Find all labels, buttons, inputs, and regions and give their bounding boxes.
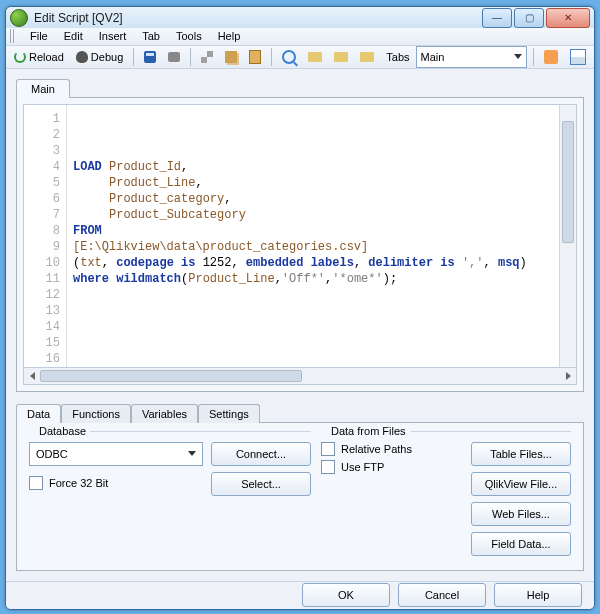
editor-tab-main[interactable]: Main: [16, 79, 70, 98]
folder-icon: [308, 52, 322, 62]
tabs-dropdown[interactable]: Main: [416, 46, 527, 68]
paste-button[interactable]: [245, 48, 265, 66]
checkbox-icon: [321, 460, 335, 474]
chevron-down-icon: [188, 451, 196, 456]
editor-section: Main 1 2 3 4 5 6 7 8 9 10 11 12 13 14 15…: [16, 75, 584, 392]
toolbar-separator: [190, 48, 191, 66]
force-32bit-checkbox[interactable]: Force 32 Bit: [29, 476, 203, 490]
tab-functions[interactable]: Functions: [61, 404, 131, 423]
files-group: Data from Files Relative Paths Use FTP: [321, 433, 571, 556]
window-controls: — ▢ ✕: [482, 8, 590, 28]
bug-icon: [76, 51, 88, 63]
use-ftp-label: Use FTP: [341, 461, 384, 473]
tabs-dropdown-value: Main: [421, 51, 445, 63]
editor-shell: 1 2 3 4 5 6 7 8 9 10 11 12 13 14 15 16 L…: [16, 97, 584, 392]
toolbar-separator: [133, 48, 134, 66]
save-icon: [144, 51, 156, 63]
find-button[interactable]: [278, 48, 300, 66]
debug-label: Debug: [91, 51, 123, 63]
bottom-panel: Database ODBC Force 32 Bit: [16, 422, 584, 571]
misc-button[interactable]: [540, 48, 562, 66]
tab-data[interactable]: Data: [16, 404, 61, 423]
edit-script-window: Edit Script [QV2] — ▢ ✕ File Edit Insert…: [5, 6, 595, 610]
debug-button[interactable]: Debug: [72, 49, 127, 65]
select-button[interactable]: Select...: [211, 472, 311, 496]
close-button[interactable]: ✕: [546, 8, 590, 28]
ok-button[interactable]: OK: [302, 583, 390, 607]
tree-button[interactable]: [566, 47, 590, 67]
toolbar-separator: [533, 48, 534, 66]
menu-tools[interactable]: Tools: [168, 28, 210, 44]
menu-help[interactable]: Help: [210, 28, 249, 44]
scroll-left-arrow-icon[interactable]: [24, 368, 40, 384]
menu-file[interactable]: File: [22, 28, 56, 44]
copy-button[interactable]: [221, 49, 241, 65]
cut-button[interactable]: [197, 49, 217, 65]
scroll-thumb[interactable]: [40, 370, 302, 382]
connect-button[interactable]: Connect...: [211, 442, 311, 466]
checkbox-icon: [29, 476, 43, 490]
bottom-tabrow: Data Functions Variables Settings: [16, 400, 584, 422]
menubar: File Edit Insert Tab Tools Help: [6, 28, 594, 46]
chevron-down-icon: [514, 54, 522, 59]
toolbar: Reload Debug Tabs Main: [6, 46, 594, 69]
tab-variables[interactable]: Variables: [131, 404, 198, 423]
search-icon: [282, 50, 296, 64]
folder-button-3[interactable]: [356, 50, 378, 64]
line-gutter: 1 2 3 4 5 6 7 8 9 10 11 12 13 14 15 16: [24, 105, 67, 367]
editor-tabrow: Main: [16, 75, 584, 97]
toolbar-separator: [271, 48, 272, 66]
table-files-button[interactable]: Table Files...: [471, 442, 571, 466]
minimize-button[interactable]: —: [482, 8, 512, 28]
reload-icon: [14, 51, 26, 63]
field-data-button[interactable]: Field Data...: [471, 532, 571, 556]
reload-label: Reload: [29, 51, 64, 63]
tab-settings[interactable]: Settings: [198, 404, 260, 423]
menu-edit[interactable]: Edit: [56, 28, 91, 44]
maximize-button[interactable]: ▢: [514, 8, 544, 28]
code-editor[interactable]: 1 2 3 4 5 6 7 8 9 10 11 12 13 14 15 16 L…: [23, 104, 577, 368]
scroll-thumb[interactable]: [562, 121, 574, 243]
menu-insert[interactable]: Insert: [91, 28, 135, 44]
tabs-label: Tabs: [386, 51, 409, 63]
folder-icon: [360, 52, 374, 62]
copy-icon: [225, 51, 237, 63]
misc-icon: [544, 50, 558, 64]
help-button[interactable]: Help: [494, 583, 582, 607]
cancel-button[interactable]: Cancel: [398, 583, 486, 607]
checkbox-icon: [321, 442, 335, 456]
database-type-value: ODBC: [36, 448, 68, 460]
window-title: Edit Script [QV2]: [34, 11, 482, 25]
database-title: Database: [35, 425, 90, 437]
database-group: Database ODBC Force 32 Bit: [29, 433, 311, 556]
horizontal-scrollbar[interactable]: [23, 368, 577, 385]
save-button[interactable]: [140, 49, 160, 65]
reload-button[interactable]: Reload: [10, 49, 68, 65]
qlikview-file-button[interactable]: QlikView File...: [471, 472, 571, 496]
folder-button-2[interactable]: [330, 50, 352, 64]
relative-paths-label: Relative Paths: [341, 443, 412, 455]
print-button[interactable]: [164, 50, 184, 64]
relative-paths-checkbox[interactable]: Relative Paths: [321, 442, 463, 456]
cut-icon: [201, 51, 213, 63]
tree-icon: [570, 49, 586, 65]
menubar-grip-icon: [10, 29, 16, 43]
database-type-dropdown[interactable]: ODBC: [29, 442, 203, 466]
vertical-scrollbar[interactable]: [559, 105, 576, 367]
files-title: Data from Files: [327, 425, 410, 437]
folder-button-1[interactable]: [304, 50, 326, 64]
app-icon: [10, 9, 28, 27]
paste-icon: [249, 50, 261, 64]
print-icon: [168, 52, 180, 62]
body: Main 1 2 3 4 5 6 7 8 9 10 11 12 13 14 15…: [6, 69, 594, 581]
titlebar: Edit Script [QV2] — ▢ ✕: [6, 7, 594, 28]
menu-tab[interactable]: Tab: [134, 28, 168, 44]
footer: OK Cancel Help: [6, 581, 594, 609]
code-area[interactable]: LOAD Product_Id, Product_Line, Product_c…: [67, 105, 559, 367]
force-32bit-label: Force 32 Bit: [49, 477, 108, 489]
use-ftp-checkbox[interactable]: Use FTP: [321, 460, 463, 474]
web-files-button[interactable]: Web Files...: [471, 502, 571, 526]
folder-icon: [334, 52, 348, 62]
scroll-right-arrow-icon[interactable]: [560, 368, 576, 384]
bottom-section: Data Functions Variables Settings Databa…: [16, 400, 584, 571]
